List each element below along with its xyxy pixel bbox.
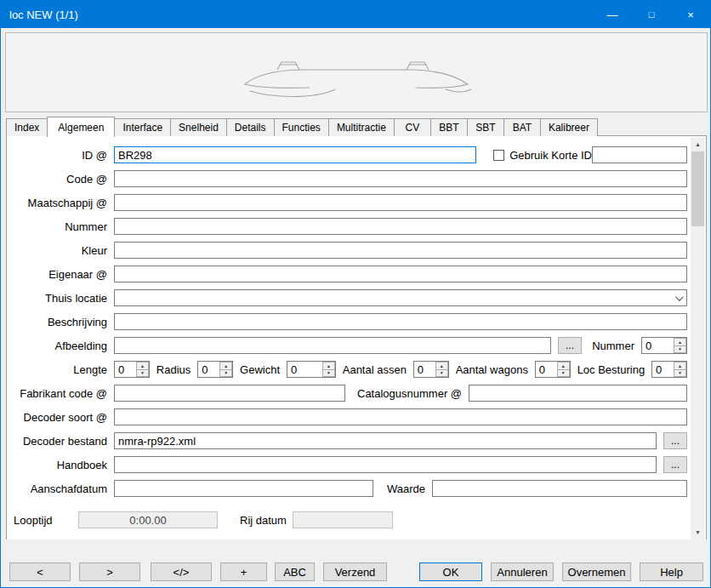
aantal-assen-spinner[interactable]: 0 ▲ ▼	[413, 361, 449, 378]
aantal-assen-label: Aantal assen	[343, 363, 407, 376]
radius-spinner[interactable]: 0 ▲ ▼	[197, 361, 233, 378]
loc-dialog-window: loc NEW (1/1) — □ × Ind	[0, 0, 711, 588]
id-input[interactable]	[114, 146, 476, 163]
spin-down-icon[interactable]: ▼	[674, 345, 686, 354]
maatschappij-input[interactable]	[114, 194, 687, 211]
form-row-decoder-bestand: Decoder bestand ...	[14, 429, 687, 453]
maximize-button[interactable]: □	[632, 1, 671, 28]
footer-button-row: < > </> + ABC Verzend OK Annuleren Overn…	[9, 562, 703, 581]
aantal-wagons-spinner[interactable]: 0 ▲ ▼	[535, 361, 571, 378]
afbeelding-nummer-label: Nummer	[592, 340, 634, 352]
waarde-input[interactable]	[432, 480, 687, 497]
tab-multitractie[interactable]: Multitractie	[328, 118, 395, 136]
code-input[interactable]	[114, 170, 687, 187]
handboek-browse-button[interactable]: ...	[663, 456, 687, 473]
afbeelding-browse-button[interactable]: ...	[558, 337, 582, 354]
nummer-input[interactable]	[114, 218, 687, 235]
eigenaar-input[interactable]	[114, 265, 687, 283]
spin-up-icon[interactable]: ▲	[219, 362, 232, 369]
form-row-beschrijving: Beschrijving	[14, 310, 687, 334]
previous-button[interactable]: <	[9, 562, 71, 581]
fabrikant-label: Fabrikant code @	[14, 387, 107, 400]
spin-up-icon[interactable]: ▲	[435, 362, 448, 369]
spin-up-icon[interactable]: ▲	[674, 362, 686, 369]
add-button[interactable]: +	[220, 562, 267, 581]
fabrikant-input[interactable]	[114, 385, 345, 402]
close-button[interactable]: ×	[671, 1, 710, 28]
spin-down-icon[interactable]: ▼	[435, 369, 448, 378]
spin-down-icon[interactable]: ▼	[674, 369, 686, 378]
catalogus-label: Catalogusnummer @	[357, 387, 462, 400]
korte-id-checkbox[interactable]	[493, 150, 504, 161]
decoder-soort-input[interactable]	[114, 408, 687, 425]
tab-sbt[interactable]: SBT	[467, 118, 504, 136]
form-row-eigenaar: Eigenaar @	[14, 262, 687, 286]
decoder-bestand-browse-button[interactable]: ...	[663, 432, 687, 449]
nummer-label: Nummer	[14, 220, 107, 233]
abc-button[interactable]: ABC	[275, 562, 315, 581]
code-view-button[interactable]: </>	[151, 562, 212, 581]
ok-button[interactable]: OK	[419, 562, 482, 581]
beschrijving-input[interactable]	[114, 313, 687, 330]
rij-datum-label: Rij datum	[240, 514, 287, 527]
form-row-afbeelding: Afbeelding ... Nummer 0 ▲ ▼	[14, 334, 687, 357]
afbeelding-input[interactable]	[114, 337, 551, 354]
spin-down-icon[interactable]: ▼	[322, 369, 335, 378]
minimize-icon: —	[607, 9, 618, 21]
tab-kalibreer[interactable]: Kalibreer	[540, 118, 598, 136]
tab-index[interactable]: Index	[6, 118, 48, 136]
window-title: loc NEW (1/1)	[1, 9, 593, 21]
tab-algemeen[interactable]: Algemeen	[47, 117, 115, 137]
tab-cv[interactable]: CV	[394, 118, 431, 136]
scroll-down-icon[interactable]: ▼	[691, 525, 705, 539]
spin-down-icon[interactable]: ▼	[557, 369, 570, 378]
spin-up-icon[interactable]: ▲	[136, 362, 149, 369]
spin-up-icon[interactable]: ▲	[322, 362, 335, 369]
overnemen-button[interactable]: Overnemen	[562, 562, 631, 581]
radius-label: Radius	[156, 363, 191, 376]
thuis-locatie-label: Thuis locatie	[14, 292, 107, 305]
gewicht-spinner[interactable]: 0 ▲ ▼	[287, 361, 336, 378]
scroll-up-icon[interactable]: ▲	[691, 137, 705, 151]
scrollbar-thumb[interactable]	[691, 151, 704, 226]
form-row-kleur: Kleur	[14, 238, 687, 262]
aantal-assen-value: 0	[414, 362, 435, 377]
help-button[interactable]: Help	[640, 562, 703, 581]
spin-up-icon[interactable]: ▲	[557, 362, 570, 369]
verzend-button[interactable]: Verzend	[323, 562, 387, 581]
vertical-scrollbar[interactable]: ▲ ▼	[691, 137, 705, 539]
annuleren-button[interactable]: Annuleren	[491, 562, 554, 581]
beschrijving-label: Beschrijving	[14, 316, 107, 328]
afbeelding-label: Afbeelding	[14, 340, 107, 352]
decoder-bestand-input[interactable]	[114, 432, 657, 449]
spin-down-icon[interactable]: ▼	[219, 369, 232, 378]
spin-down-icon[interactable]: ▼	[136, 369, 149, 378]
form-row-nummer: Nummer	[14, 214, 687, 238]
tab-interface[interactable]: Interface	[114, 118, 171, 136]
lengte-label: Lengte	[14, 363, 107, 376]
tab-bat[interactable]: BAT	[503, 118, 541, 136]
spin-up-icon[interactable]: ▲	[674, 338, 686, 345]
form-row-looptijd: Looptijd Rij datum	[14, 509, 687, 531]
catalogus-input[interactable]	[469, 385, 687, 402]
tab-snelheid[interactable]: Snelheid	[170, 118, 227, 136]
afmetingen-fields: 0 ▲ ▼ Radius 0 ▲ ▼ Gewicht	[114, 361, 687, 378]
handboek-input[interactable]	[114, 456, 657, 473]
next-button[interactable]: >	[79, 562, 140, 581]
tab-bbt[interactable]: BBT	[430, 118, 468, 136]
loc-besturing-spinner[interactable]: 0 ▲ ▼	[651, 361, 687, 378]
looptijd-field	[78, 511, 218, 528]
title-bar: loc NEW (1/1) — □ ×	[1, 1, 710, 28]
form-row-thuis-locatie: Thuis locatie	[14, 286, 687, 310]
minimize-button[interactable]: —	[593, 1, 632, 28]
thuis-locatie-select[interactable]	[114, 289, 687, 306]
lengte-spinner[interactable]: 0 ▲ ▼	[114, 361, 150, 378]
kleur-input[interactable]	[114, 242, 687, 259]
aantal-wagons-value: 0	[536, 362, 557, 377]
afbeelding-nummer-spinner[interactable]: 0 ▲ ▼	[641, 337, 687, 354]
tab-functies[interactable]: Functies	[274, 118, 329, 136]
korte-id-input[interactable]	[592, 146, 687, 163]
tab-details[interactable]: Details	[226, 118, 275, 136]
waarde-label: Waarde	[387, 482, 425, 495]
aanschafdatum-input[interactable]	[114, 480, 373, 497]
